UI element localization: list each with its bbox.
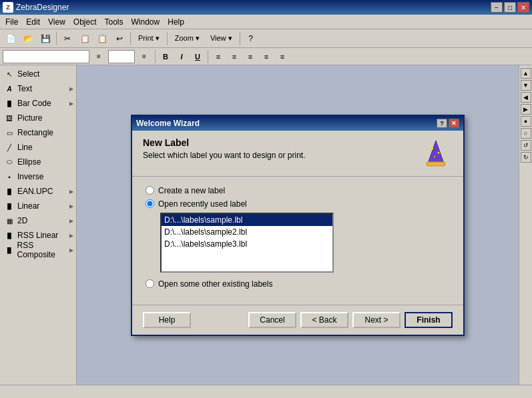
menu-window[interactable]: Window xyxy=(127,16,164,28)
right-btn-4[interactable]: ▶ xyxy=(521,104,531,115)
bold-button[interactable]: B xyxy=(158,50,173,63)
next-button[interactable]: Next > xyxy=(352,312,401,328)
cut-button[interactable]: ✂ xyxy=(59,31,75,46)
sep5 xyxy=(155,50,156,63)
align-btn-2[interactable]: ≡ xyxy=(227,50,242,63)
maximize-button[interactable]: □ xyxy=(504,2,516,13)
align-btn-3[interactable]: ≡ xyxy=(243,50,258,63)
menu-view[interactable]: View xyxy=(44,16,69,28)
listbox-item-0[interactable]: D:\...\labels\sample.lbl xyxy=(162,214,332,226)
right-btn-8[interactable]: ↻ xyxy=(521,152,531,163)
dialog-title-buttons: ? ✕ xyxy=(437,119,459,128)
sidebar-label-rss-linear: RSS Linear xyxy=(17,231,58,240)
barcode-arrow: ▶ xyxy=(69,101,73,107)
close-button[interactable]: ✕ xyxy=(517,2,529,13)
sidebar-label-barcode: Bar Code xyxy=(17,99,51,108)
rss-linear-arrow: ▶ xyxy=(69,233,73,239)
sep4 xyxy=(240,32,240,45)
right-btn-6[interactable]: ○ xyxy=(521,128,531,139)
sidebar-item-line[interactable]: ╱ Line xyxy=(0,140,76,155)
sidebar-item-inverse[interactable]: ▪ Inverse xyxy=(0,169,76,184)
font-apply-button[interactable]: ≡ xyxy=(91,49,107,64)
content-area: Welcome Wizard ? ✕ New Label Select whic… xyxy=(77,65,519,385)
help-button[interactable]: Help xyxy=(143,312,191,328)
recent-files-listbox[interactable]: D:\...\labels\sample.lbl D:\...\labels\s… xyxy=(160,213,334,273)
finish-button[interactable]: Finish xyxy=(405,312,453,328)
zoom-button[interactable]: Zoom ▾ xyxy=(170,31,204,46)
align-btn-5[interactable]: ≡ xyxy=(275,50,290,63)
open-other-label[interactable]: Open some other existing labels xyxy=(158,279,272,289)
right-sidebar: ▲ ▼ ◀ ▶ ● ○ ↺ ↻ xyxy=(519,65,532,385)
2d-icon: ▦ xyxy=(4,215,15,226)
right-btn-7[interactable]: ↺ xyxy=(521,140,531,151)
svg-point-4 xyxy=(434,156,435,157)
listbox-item-1[interactable]: D:\...\labels\sample2.lbl xyxy=(162,226,332,238)
main-layout: ↖ Select A Text ▶ ▐▌ Bar Code ▶ 🖼 Pictur… xyxy=(0,65,532,385)
back-button[interactable]: < Back xyxy=(300,312,348,328)
create-new-label[interactable]: Create a new label xyxy=(158,186,225,195)
sidebar-item-text[interactable]: A Text ▶ xyxy=(0,81,76,96)
sidebar-item-picture[interactable]: 🖼 Picture xyxy=(0,111,76,125)
sidebar-label-2d: 2D xyxy=(17,216,27,225)
underline-button[interactable]: U xyxy=(190,50,205,63)
linear-icon: ▐▌ xyxy=(4,201,15,211)
view-button[interactable]: View ▾ xyxy=(206,31,237,46)
open-recent-radio[interactable] xyxy=(146,199,154,208)
right-btn-1[interactable]: ▲ xyxy=(521,68,531,79)
sidebar-item-rss-composite[interactable]: ▐▌ RSS Composite ▶ xyxy=(0,243,76,257)
save-button[interactable]: 💾 xyxy=(37,31,53,46)
undo-button[interactable]: ↩ xyxy=(111,31,127,46)
ean-upc-icon: ▐▌ xyxy=(4,186,15,197)
new-button[interactable]: 📄 xyxy=(3,31,19,46)
open-button[interactable]: 📂 xyxy=(20,31,36,46)
sidebar-label-ellipse: Ellipse xyxy=(17,157,41,167)
menu-help[interactable]: Help xyxy=(164,16,188,28)
sidebar-item-ean-upc[interactable]: ▐▌ EAN.UPC ▶ xyxy=(0,184,76,199)
toolbar2: ≡ ≡ B I U ≡ ≡ ≡ ≡ ≡ xyxy=(0,48,532,65)
cancel-button[interactable]: Cancel xyxy=(248,312,296,328)
svg-point-3 xyxy=(438,151,440,153)
print-button[interactable]: Print ▾ xyxy=(134,31,164,46)
help-button[interactable]: ? xyxy=(243,31,259,46)
right-btn-2[interactable]: ▼ xyxy=(521,80,531,91)
dialog-help-button[interactable]: ? xyxy=(437,119,447,128)
sidebar-item-linear[interactable]: ▐▌ Linear ▶ xyxy=(0,199,76,213)
font-size-combo[interactable] xyxy=(108,50,135,63)
dialog-title-bar: Welcome Wizard ? ✕ xyxy=(132,116,463,131)
sidebar-item-select[interactable]: ↖ Select xyxy=(0,67,76,81)
align-btn-4[interactable]: ≡ xyxy=(259,50,274,63)
create-new-radio[interactable] xyxy=(146,186,154,195)
ean-upc-arrow: ▶ xyxy=(69,189,73,195)
open-other-radio[interactable] xyxy=(146,279,154,288)
sidebar-item-rectangle[interactable]: ▭ Rectangle xyxy=(0,125,76,140)
copy-button[interactable]: 📋 xyxy=(77,31,93,46)
right-btn-3[interactable]: ◀ xyxy=(521,92,531,103)
align-btn-1[interactable]: ≡ xyxy=(211,50,226,63)
dialog-subtitle: Select which label you want to design or… xyxy=(143,151,305,160)
sidebar-item-2d[interactable]: ▦ 2D ▶ xyxy=(0,213,76,228)
create-new-row: Create a new label xyxy=(146,186,450,195)
dialog-header: New Label Select which label you want to… xyxy=(132,131,463,177)
minimize-button[interactable]: − xyxy=(491,2,503,13)
radio-group: Create a new label Open recently used la… xyxy=(146,186,450,289)
svg-point-2 xyxy=(431,147,433,150)
font-size-apply-button[interactable]: ≡ xyxy=(136,49,152,64)
sidebar-item-barcode[interactable]: ▐▌ Bar Code ▶ xyxy=(0,96,76,111)
menu-tools[interactable]: Tools xyxy=(101,16,127,28)
2d-arrow: ▶ xyxy=(69,218,73,224)
font-combo[interactable] xyxy=(3,50,89,63)
ellipse-icon: ⬭ xyxy=(4,157,15,167)
right-btn-5[interactable]: ● xyxy=(521,116,531,127)
dialog-close-button[interactable]: ✕ xyxy=(449,119,459,128)
italic-button[interactable]: I xyxy=(174,50,189,63)
dialog-footer: Help Cancel < Back Next > Finish xyxy=(132,305,463,335)
barcode-icon: ▐▌ xyxy=(4,98,15,109)
menu-file[interactable]: File xyxy=(1,16,22,28)
menu-edit[interactable]: Edit xyxy=(22,16,44,28)
listbox-item-2[interactable]: D:\...\labels\sample3.lbl xyxy=(162,238,332,250)
dialog-overlay: Welcome Wizard ? ✕ New Label Select whic… xyxy=(77,65,519,385)
open-recent-label[interactable]: Open recently used label xyxy=(158,199,247,209)
sidebar-item-ellipse[interactable]: ⬭ Ellipse xyxy=(0,155,76,169)
menu-object[interactable]: Object xyxy=(69,16,101,28)
paste-button[interactable]: 📋 xyxy=(94,31,110,46)
